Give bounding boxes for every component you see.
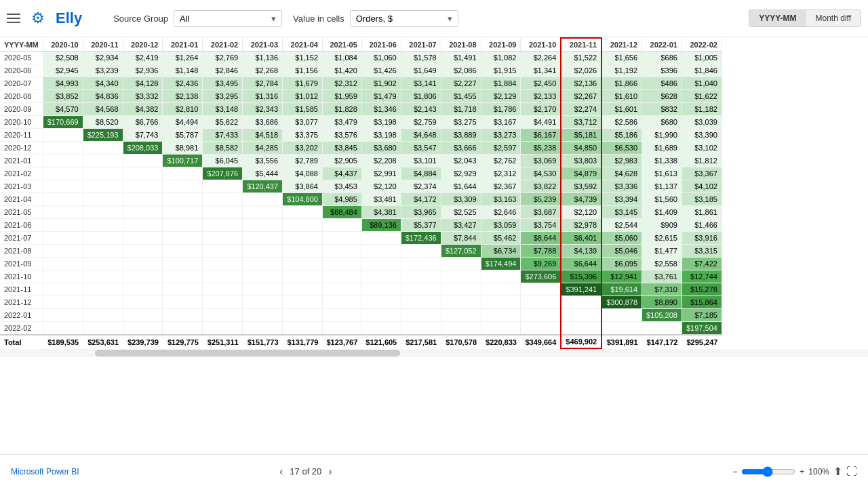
cell	[43, 322, 83, 336]
cell	[123, 309, 163, 322]
column-header-2021-10: 2021-10	[521, 38, 561, 52]
cell: $3,479	[322, 116, 361, 129]
cell: $5,060	[601, 232, 642, 245]
data-table-container[interactable]: YYYY-MM2020-102020-112020-122021-012021-…	[0, 37, 868, 464]
cell: $8,644	[521, 232, 561, 245]
cell	[521, 283, 561, 296]
hamburger-menu[interactable]	[7, 14, 20, 23]
zoom-level: 100%	[808, 467, 829, 476]
cell: $12,744	[682, 270, 722, 283]
view-toggle: YYYY-MM Month diff	[749, 9, 861, 27]
cell	[43, 258, 83, 270]
cell	[361, 245, 401, 258]
cell: $5,238	[521, 142, 561, 155]
row-label: 2021-02	[0, 167, 43, 180]
total-value: $295,247	[682, 335, 722, 348]
cell	[43, 296, 83, 309]
cell	[322, 232, 361, 245]
cell: $2,646	[481, 206, 521, 219]
cell: $7,743	[123, 129, 163, 142]
column-header-2021-04: 2021-04	[283, 38, 323, 52]
table-row: 2022-01$105,208$7,185	[0, 309, 722, 322]
cell: $1,806	[401, 90, 441, 103]
data-table: YYYY-MM2020-102020-112020-122021-012021-…	[0, 37, 722, 349]
zoom-slider[interactable]	[741, 466, 795, 477]
cell: $1,466	[682, 219, 722, 232]
cell	[521, 296, 561, 309]
cell: $2,544	[601, 219, 642, 232]
cell: $2,312	[481, 167, 521, 180]
cell: $5,046	[601, 245, 642, 258]
row-label: 2021-03	[0, 180, 43, 193]
value-in-cells-dropdown[interactable]: Orders, $ ▾	[350, 10, 458, 27]
cell: $1,812	[682, 155, 722, 167]
cell: $3,202	[283, 142, 323, 155]
source-group-label: Source Group	[113, 14, 168, 24]
table-row: 2021-06$89,136$5,377$3,427$3,059$3,754$2…	[0, 219, 722, 232]
cell	[43, 232, 83, 245]
cell: $3,332	[123, 90, 163, 103]
cell: $170,669	[43, 116, 83, 129]
cell: $2,525	[441, 206, 481, 219]
prev-page-button[interactable]: ‹	[279, 466, 283, 478]
cell: $3,069	[521, 155, 561, 167]
cell: $197,504	[682, 322, 722, 336]
cell: $5,822	[203, 116, 243, 129]
cell	[43, 245, 83, 258]
cell	[561, 309, 601, 322]
share-button[interactable]: ⬆	[833, 465, 842, 478]
cell	[283, 270, 323, 283]
source-group-dropdown[interactable]: All ▾	[174, 10, 282, 27]
cell: $208,033	[123, 142, 163, 155]
cell: $9,269	[521, 258, 561, 270]
column-header-2021-06: 2021-06	[361, 38, 401, 52]
cell: $4,139	[561, 245, 601, 258]
cell: $2,133	[521, 90, 561, 103]
source-group-filter: Source Group All ▾	[113, 10, 282, 27]
cell: $3,686	[243, 116, 283, 129]
fullscreen-button[interactable]: ⛶	[846, 466, 857, 478]
cell	[163, 167, 203, 180]
cell: $1,084	[322, 52, 361, 64]
cell	[243, 245, 283, 258]
cell	[243, 283, 283, 296]
cell	[481, 283, 521, 296]
cell	[361, 322, 401, 336]
cell: $2,086	[441, 64, 481, 77]
powerbi-link[interactable]: Microsoft Power BI	[11, 467, 79, 476]
table-row: 2021-04$104,800$4,985$3,481$4,172$3,309$…	[0, 193, 722, 206]
cell: $2,419	[123, 52, 163, 64]
cell: $207,876	[203, 167, 243, 180]
cell: $6,095	[601, 258, 642, 270]
view-yyyy-mm-button[interactable]: YYYY-MM	[749, 10, 806, 26]
cell: $2,936	[123, 64, 163, 77]
row-label: 2020-06	[0, 64, 43, 77]
horizontal-scrollbar[interactable]	[0, 349, 868, 357]
cell	[361, 296, 401, 309]
view-month-diff-button[interactable]: Month diff	[806, 10, 861, 26]
cell	[83, 193, 123, 206]
cell: $1,409	[642, 206, 682, 219]
cell: $3,239	[83, 64, 123, 77]
total-value: $239,739	[123, 335, 163, 348]
cell: $680	[642, 116, 682, 129]
cell: $1,622	[682, 90, 722, 103]
cell: $4,172	[401, 193, 441, 206]
zoom-plus-icon[interactable]: +	[800, 467, 804, 476]
zoom-minus-icon[interactable]: −	[732, 467, 737, 476]
cell: $7,788	[521, 245, 561, 258]
cell	[283, 283, 323, 296]
cell: $2,138	[163, 90, 203, 103]
cell: $19,614	[601, 283, 642, 296]
cell: $6,530	[601, 142, 642, 155]
cell	[283, 245, 323, 258]
cell: $3,556	[243, 155, 283, 167]
next-page-button[interactable]: ›	[328, 466, 332, 478]
cell	[203, 219, 243, 232]
scrollbar-thumb[interactable]	[95, 350, 400, 357]
row-label: 2020-05	[0, 52, 43, 64]
table-row: 2021-02$207,876$5,444$4,088$4,437$2,991$…	[0, 167, 722, 180]
cell: $2,143	[401, 103, 441, 116]
cell: $2,208	[361, 155, 401, 167]
table-row: 2020-09$4,570$4,568$4,382$2,810$3,148$2,…	[0, 103, 722, 116]
